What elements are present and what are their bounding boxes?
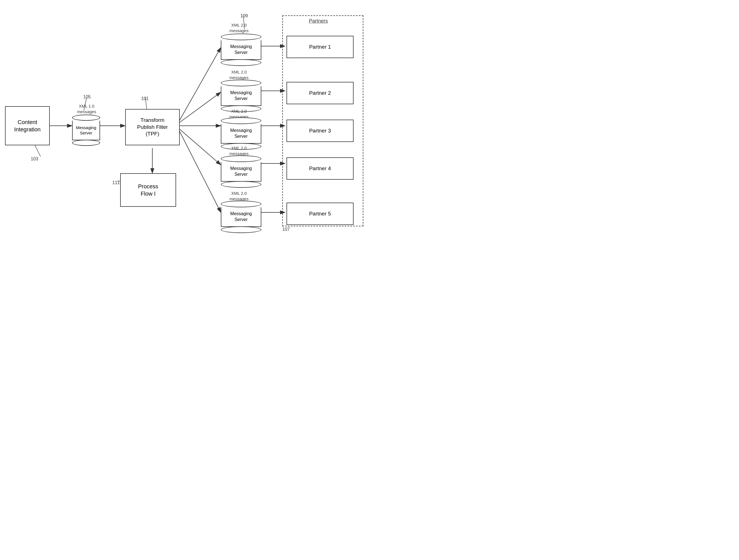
partner-1-box: Partner 1	[287, 36, 353, 58]
content-integration-box: Content Integration	[5, 106, 50, 145]
process-flow-box: ProcessFlow I	[120, 173, 176, 207]
xml20-label-1: XML 2.0messages	[221, 22, 257, 33]
ref-105: 105	[83, 95, 91, 100]
messaging-server-1: MessagingServer	[72, 115, 100, 146]
partner-2-box: Partner 2	[287, 82, 353, 104]
xml10-label: XML 1.0messages	[70, 104, 104, 114]
partner-3-box: Partner 3	[287, 120, 353, 142]
partner-5-box: Partner 5	[287, 203, 353, 225]
xml20-label-5: XML 2.0messages	[221, 191, 257, 201]
messaging-server-3: MessagingServer	[221, 79, 261, 112]
partners-label: Partners	[309, 18, 328, 24]
partner-4-box: Partner 4	[287, 157, 353, 180]
messaging-server-4: MessagingServer	[221, 117, 261, 150]
ref-101: 101	[141, 96, 149, 101]
ref-107: 107	[282, 227, 290, 232]
diagram: Content Integration 103 XML 1.0messages …	[0, 0, 370, 280]
xml20-label-4: XML 2.0messages	[221, 145, 257, 156]
ref-109: 109	[240, 13, 248, 18]
xml20-label-2: XML 2.0messages	[221, 69, 257, 80]
ref-103: 103	[31, 157, 38, 162]
svg-line-5	[179, 92, 221, 123]
svg-line-8	[179, 130, 221, 212]
svg-line-7	[179, 129, 221, 165]
svg-line-4	[179, 47, 221, 122]
tpf-box: TransformPublish Filter(TPF)	[125, 109, 180, 145]
messaging-server-2: MessagingServer	[221, 33, 261, 66]
messaging-server-6: MessagingServer	[221, 201, 261, 233]
ref-111: 111	[112, 180, 120, 185]
messaging-server-5: MessagingServer	[221, 155, 261, 188]
